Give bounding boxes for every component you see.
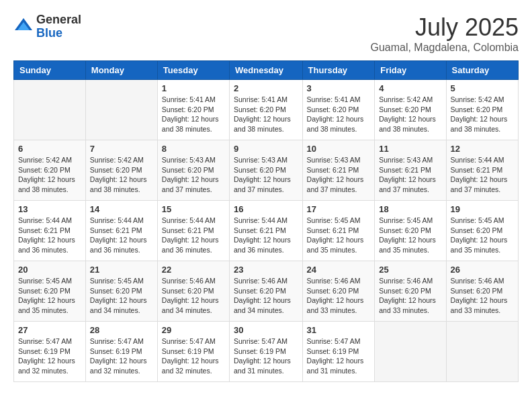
- day-info: Sunrise: 5:45 AM Sunset: 6:20 PM Dayligh…: [379, 216, 441, 255]
- calendar-cell: 15Sunrise: 5:44 AM Sunset: 6:21 PM Dayli…: [157, 201, 229, 261]
- day-number: 15: [162, 204, 225, 214]
- calendar-cell: 3Sunrise: 5:41 AM Sunset: 6:20 PM Daylig…: [302, 80, 375, 140]
- calendar-cell: 14Sunrise: 5:44 AM Sunset: 6:21 PM Dayli…: [85, 201, 157, 261]
- logo-icon: [13, 17, 34, 37]
- day-info: Sunrise: 5:45 AM Sunset: 6:21 PM Dayligh…: [307, 216, 371, 255]
- day-number: 1: [162, 83, 225, 93]
- calendar-cell: 8Sunrise: 5:43 AM Sunset: 6:20 PM Daylig…: [157, 140, 229, 201]
- day-info: Sunrise: 5:43 AM Sunset: 6:21 PM Dayligh…: [307, 155, 371, 195]
- calendar-cell: 28Sunrise: 5:47 AM Sunset: 6:19 PM Dayli…: [85, 322, 157, 382]
- day-number: 13: [18, 204, 81, 214]
- week-row: 6Sunrise: 5:42 AM Sunset: 6:20 PM Daylig…: [14, 140, 519, 201]
- day-info: Sunrise: 5:43 AM Sunset: 6:21 PM Dayligh…: [379, 155, 441, 195]
- day-number: 14: [90, 204, 153, 214]
- day-number: 22: [162, 265, 225, 275]
- weekday-header: Wednesday: [230, 61, 303, 80]
- logo: General Blue: [13, 13, 81, 40]
- day-info: Sunrise: 5:41 AM Sunset: 6:20 PM Dayligh…: [162, 95, 225, 134]
- weekday-header: Sunday: [14, 61, 86, 80]
- day-info: Sunrise: 5:45 AM Sunset: 6:20 PM Dayligh…: [18, 276, 81, 316]
- day-info: Sunrise: 5:47 AM Sunset: 6:19 PM Dayligh…: [307, 336, 371, 376]
- day-number: 6: [18, 144, 81, 154]
- day-number: 20: [18, 265, 81, 275]
- day-info: Sunrise: 5:46 AM Sunset: 6:20 PM Dayligh…: [307, 276, 371, 316]
- calendar-cell: 16Sunrise: 5:44 AM Sunset: 6:21 PM Dayli…: [230, 201, 303, 261]
- calendar-cell: 12Sunrise: 5:44 AM Sunset: 6:21 PM Dayli…: [446, 140, 518, 201]
- calendar-cell: 31Sunrise: 5:47 AM Sunset: 6:19 PM Dayli…: [302, 322, 375, 382]
- day-info: Sunrise: 5:41 AM Sunset: 6:20 PM Dayligh…: [234, 95, 298, 134]
- calendar-cell: 27Sunrise: 5:47 AM Sunset: 6:19 PM Dayli…: [14, 322, 86, 382]
- day-info: Sunrise: 5:46 AM Sunset: 6:20 PM Dayligh…: [379, 276, 441, 316]
- day-info: Sunrise: 5:47 AM Sunset: 6:19 PM Dayligh…: [234, 336, 298, 376]
- weekday-header: Monday: [85, 61, 157, 80]
- calendar-cell: 20Sunrise: 5:45 AM Sunset: 6:20 PM Dayli…: [14, 261, 86, 322]
- day-info: Sunrise: 5:44 AM Sunset: 6:21 PM Dayligh…: [18, 216, 81, 255]
- calendar-table: SundayMondayTuesdayWednesdayThursdayFrid…: [13, 60, 519, 382]
- calendar-cell: 21Sunrise: 5:45 AM Sunset: 6:20 PM Dayli…: [85, 261, 157, 322]
- day-number: 7: [90, 144, 153, 154]
- day-info: Sunrise: 5:47 AM Sunset: 6:19 PM Dayligh…: [162, 336, 225, 376]
- day-number: 4: [379, 83, 441, 93]
- calendar-cell: 17Sunrise: 5:45 AM Sunset: 6:21 PM Dayli…: [302, 201, 375, 261]
- day-number: 29: [162, 325, 225, 335]
- day-info: Sunrise: 5:46 AM Sunset: 6:20 PM Dayligh…: [234, 276, 298, 316]
- calendar-cell: 29Sunrise: 5:47 AM Sunset: 6:19 PM Dayli…: [157, 322, 229, 382]
- day-info: Sunrise: 5:45 AM Sunset: 6:20 PM Dayligh…: [90, 276, 153, 316]
- weekday-header: Thursday: [302, 61, 375, 80]
- calendar-cell: 26Sunrise: 5:46 AM Sunset: 6:20 PM Dayli…: [446, 261, 518, 322]
- day-number: 11: [379, 144, 441, 154]
- day-info: Sunrise: 5:46 AM Sunset: 6:20 PM Dayligh…: [451, 276, 514, 316]
- day-number: 25: [379, 265, 441, 275]
- day-info: Sunrise: 5:44 AM Sunset: 6:21 PM Dayligh…: [162, 216, 225, 255]
- day-info: Sunrise: 5:44 AM Sunset: 6:21 PM Dayligh…: [234, 216, 298, 255]
- calendar-cell: [446, 322, 518, 382]
- weekday-header: Saturday: [446, 61, 518, 80]
- day-info: Sunrise: 5:42 AM Sunset: 6:20 PM Dayligh…: [379, 95, 441, 134]
- day-info: Sunrise: 5:44 AM Sunset: 6:21 PM Dayligh…: [90, 216, 153, 255]
- week-row: 27Sunrise: 5:47 AM Sunset: 6:19 PM Dayli…: [14, 322, 519, 382]
- day-number: 23: [234, 265, 298, 275]
- calendar-cell: 11Sunrise: 5:43 AM Sunset: 6:21 PM Dayli…: [375, 140, 446, 201]
- day-number: 8: [162, 144, 225, 154]
- day-number: 18: [379, 204, 441, 214]
- day-number: 3: [307, 83, 371, 93]
- day-info: Sunrise: 5:47 AM Sunset: 6:19 PM Dayligh…: [18, 336, 81, 376]
- day-info: Sunrise: 5:42 AM Sunset: 6:20 PM Dayligh…: [18, 155, 81, 195]
- calendar-cell: [14, 80, 86, 140]
- weekday-header-row: SundayMondayTuesdayWednesdayThursdayFrid…: [14, 61, 519, 80]
- calendar-cell: 5Sunrise: 5:42 AM Sunset: 6:20 PM Daylig…: [446, 80, 518, 140]
- calendar-cell: 10Sunrise: 5:43 AM Sunset: 6:21 PM Dayli…: [302, 140, 375, 201]
- calendar-cell: [375, 322, 446, 382]
- calendar-cell: 2Sunrise: 5:41 AM Sunset: 6:20 PM Daylig…: [230, 80, 303, 140]
- page-header: General Blue July 2025 Guamal, Magdalena…: [13, 13, 519, 54]
- week-row: 1Sunrise: 5:41 AM Sunset: 6:20 PM Daylig…: [14, 80, 519, 140]
- day-info: Sunrise: 5:43 AM Sunset: 6:20 PM Dayligh…: [234, 155, 298, 195]
- day-info: Sunrise: 5:47 AM Sunset: 6:19 PM Dayligh…: [90, 336, 153, 376]
- calendar-cell: 19Sunrise: 5:45 AM Sunset: 6:20 PM Dayli…: [446, 201, 518, 261]
- day-number: 2: [234, 83, 298, 93]
- day-number: 31: [307, 325, 371, 335]
- weekday-header: Friday: [375, 61, 446, 80]
- day-number: 26: [451, 265, 514, 275]
- day-info: Sunrise: 5:44 AM Sunset: 6:21 PM Dayligh…: [451, 155, 514, 195]
- day-info: Sunrise: 5:46 AM Sunset: 6:20 PM Dayligh…: [162, 276, 225, 316]
- calendar-cell: 1Sunrise: 5:41 AM Sunset: 6:20 PM Daylig…: [157, 80, 229, 140]
- day-number: 9: [234, 144, 298, 154]
- day-info: Sunrise: 5:45 AM Sunset: 6:20 PM Dayligh…: [451, 216, 514, 255]
- day-number: 12: [451, 144, 514, 154]
- week-row: 13Sunrise: 5:44 AM Sunset: 6:21 PM Dayli…: [14, 201, 519, 261]
- calendar-cell: 25Sunrise: 5:46 AM Sunset: 6:20 PM Dayli…: [375, 261, 446, 322]
- day-number: 28: [90, 325, 153, 335]
- day-number: 21: [90, 265, 153, 275]
- day-number: 24: [307, 265, 371, 275]
- weekday-header: Tuesday: [157, 61, 229, 80]
- day-number: 17: [307, 204, 371, 214]
- week-row: 20Sunrise: 5:45 AM Sunset: 6:20 PM Dayli…: [14, 261, 519, 322]
- calendar-cell: 9Sunrise: 5:43 AM Sunset: 6:20 PM Daylig…: [230, 140, 303, 201]
- day-info: Sunrise: 5:42 AM Sunset: 6:20 PM Dayligh…: [451, 95, 514, 134]
- day-info: Sunrise: 5:42 AM Sunset: 6:20 PM Dayligh…: [90, 155, 153, 195]
- day-number: 16: [234, 204, 298, 214]
- location-title: Guamal, Magdalena, Colombia: [370, 42, 519, 54]
- month-title: July 2025: [370, 13, 519, 42]
- calendar-cell: 18Sunrise: 5:45 AM Sunset: 6:20 PM Dayli…: [375, 201, 446, 261]
